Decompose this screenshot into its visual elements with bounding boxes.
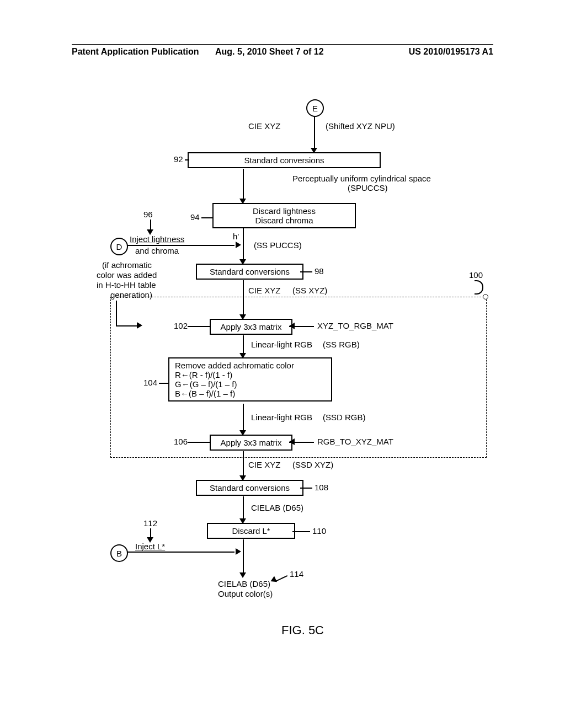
box-standard-conversions-108: Standard conversions — [196, 480, 303, 496]
label-achromatic-2: color was added — [97, 270, 157, 280]
label-inject-lstar: Inject L* — [135, 542, 165, 551]
label-achromatic-1: (if achromatic — [102, 260, 152, 270]
label-linear-rgb-ss: Linear-light RGB — [251, 340, 312, 349]
box-apply-3x3-106: Apply 3x3 matrix — [210, 435, 292, 451]
box-94-line2: Discard chroma — [218, 216, 350, 225]
ref-112: 112 — [143, 518, 157, 528]
ref-110: 110 — [312, 526, 326, 536]
label-linear-rgb-ssd: Linear-light RGB — [251, 413, 312, 422]
ref-114: 114 — [290, 569, 303, 579]
label-achromatic-3: in H-to-HH table — [97, 280, 156, 290]
box-104-line2: R←(R - f)/(1 - f) — [175, 370, 327, 379]
label-xyz-to-rgb-mat: XYZ_TO_RGB_MAT — [317, 321, 393, 330]
label-ssd-xyz: (SSD XYZ) — [292, 460, 333, 469]
header-left: Patent Application Publication — [72, 47, 199, 57]
box-discard-lightness-chroma: Discard lightness Discard chroma — [212, 203, 356, 228]
connector-d-circle: D — [110, 238, 128, 255]
label-and-chroma: and chroma — [135, 246, 179, 255]
ref-100: 100 — [469, 270, 483, 280]
box-standard-conversions-98: Standard conversions — [196, 264, 303, 280]
ref-106: 106 — [174, 437, 188, 446]
ref-96: 96 — [143, 210, 153, 219]
ref-108: 108 — [315, 483, 328, 492]
connector-e-circle: E — [306, 99, 324, 117]
ref-92: 92 — [174, 154, 183, 164]
label-cie-xyz-in: CIE XYZ — [248, 121, 280, 131]
figure-caption: FIG. 5C — [281, 623, 324, 638]
connector-b-circle: B — [110, 544, 128, 562]
label-ss-rgb: (SS RGB) — [323, 340, 360, 349]
box-104-line1: Remove added achromatic color — [175, 361, 327, 370]
label-cie-xyz-ssd: CIE XYZ — [248, 460, 280, 469]
box-remove-achromatic-104: Remove added achromatic color R←(R - f)/… — [168, 357, 332, 402]
header-right: US 2010/0195173 A1 — [409, 47, 493, 57]
box-standard-conversions-92: Standard conversions — [188, 152, 381, 168]
box-discard-lstar: Discard L* — [207, 523, 295, 539]
box-apply-3x3-102: Apply 3x3 matrix — [210, 319, 292, 335]
connector-d: D — [110, 238, 128, 255]
label-output-colors: Output color(s) — [218, 589, 273, 598]
box-104-line3: G←(G – f)/(1 – f) — [175, 379, 327, 389]
label-spuccs-line2: (SPUCCS) — [348, 183, 388, 192]
label-ss-xyz: (SS XYZ) — [292, 286, 327, 295]
box-104-line4: B←(B – f)/(1 – f) — [175, 389, 327, 398]
label-cie-xyz-ss: CIE XYZ — [248, 286, 280, 295]
connector-e: E — [306, 99, 324, 117]
label-cielab-d65-1: CIELAB (D65) — [251, 503, 303, 512]
connector-b: B — [110, 544, 128, 562]
label-rgb-to-xyz-mat: RGB_TO_XYZ_MAT — [317, 437, 393, 446]
ref-94: 94 — [190, 212, 200, 222]
label-inject-lightness: Inject lightness — [130, 234, 184, 244]
ref-98: 98 — [315, 266, 324, 276]
box-94-line1: Discard lightness — [218, 206, 350, 216]
ref-104: 104 — [143, 378, 157, 387]
header-center: Aug. 5, 2010 Sheet 7 of 12 — [215, 47, 324, 57]
ref-102: 102 — [174, 321, 188, 330]
label-shifted-xyz-npu: (Shifted XYZ NPU) — [326, 121, 395, 131]
label-cielab-d65-out: CIELAB (D65) — [218, 579, 270, 588]
label-spuccs-line1: Perceptually uniform cylindrical space — [292, 174, 431, 183]
label-h-prime: h' — [233, 232, 239, 241]
label-ss-puccs: (SS PUCCS) — [254, 240, 302, 250]
label-ssd-rgb: (SSD RGB) — [323, 413, 366, 422]
